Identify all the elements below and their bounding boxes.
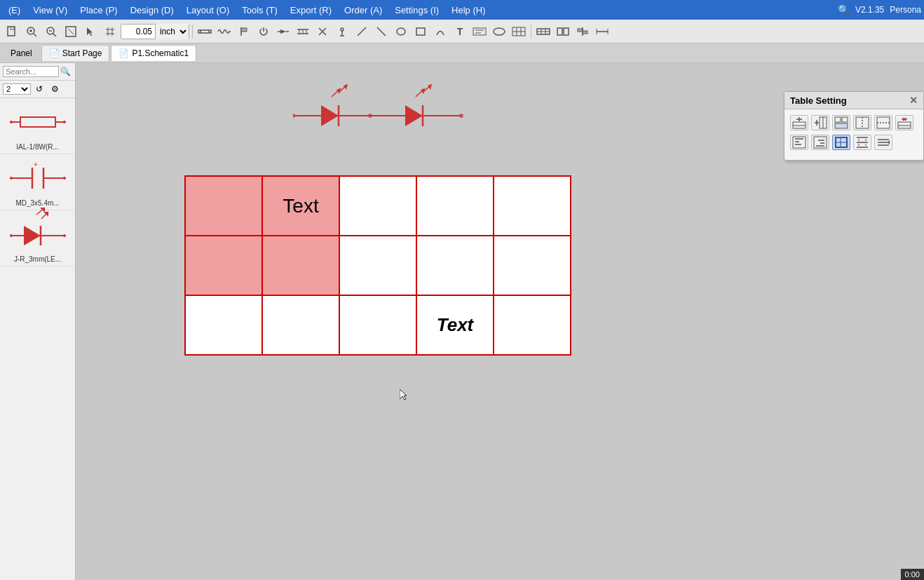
component-item-capacitor[interactable]: + MD_3x5.4m... — [0, 154, 75, 210]
anchor-button[interactable] — [333, 22, 351, 41]
component-label-resistor: IAL-1/8W(R... — [3, 143, 72, 151]
table-cell-1-4[interactable] — [494, 236, 571, 295]
zoom-in-button[interactable] — [22, 22, 41, 41]
line-button[interactable] — [353, 22, 371, 41]
menu-e[interactable]: (E) — [3, 4, 26, 17]
grid-unit-select[interactable]: inch mm mil — [155, 24, 189, 39]
table-cell-1-2[interactable] — [339, 236, 416, 295]
table-cell-2-3[interactable]: Text — [416, 295, 494, 355]
text-button[interactable]: T — [451, 22, 469, 41]
menu-place[interactable]: Place (P) — [74, 4, 123, 17]
table-setting-close[interactable]: ✕ — [909, 95, 918, 106]
netflag-button[interactable] — [235, 22, 253, 41]
status-bar: 0:00 — [901, 569, 924, 580]
menu-order[interactable]: Order (A) — [339, 4, 388, 17]
panel-settings-button[interactable]: ⚙ — [48, 82, 62, 96]
spacing-button[interactable] — [593, 22, 611, 41]
svg-line-9 — [53, 34, 56, 36]
bus-button[interactable] — [294, 22, 312, 41]
schematic-icon: 📄 — [118, 48, 129, 58]
text2-button[interactable] — [470, 22, 489, 41]
panel-search-icon[interactable]: 🔍 — [60, 67, 71, 76]
refresh-button[interactable]: ↺ — [32, 82, 46, 96]
distribute-rows-btn[interactable] — [853, 135, 871, 150]
cross-button[interactable] — [313, 22, 332, 41]
delete-row-btn[interactable] — [895, 115, 913, 130]
svg-marker-83 — [321, 105, 339, 126]
svg-rect-108 — [835, 123, 848, 128]
svg-point-76 — [63, 234, 66, 237]
menu-view[interactable]: View (V) — [27, 4, 73, 17]
arc-button[interactable] — [431, 22, 449, 41]
component-item-resistor[interactable]: IAL-1/8W(R... — [0, 98, 75, 154]
merge-cells-btn[interactable] — [832, 115, 850, 130]
panel-search-input[interactable] — [3, 66, 59, 77]
insert-row-above-btn[interactable] — [790, 115, 808, 130]
border-all-btn[interactable] — [832, 135, 850, 150]
line2-button[interactable] — [372, 22, 390, 41]
table-cell-0-1[interactable]: Text — [262, 176, 339, 236]
table-cell-1-0[interactable] — [185, 236, 262, 295]
panel-controls: 2 1 3 ↺ ⚙ — [0, 81, 75, 98]
table-cell-0-4[interactable] — [494, 176, 571, 236]
svg-line-31 — [358, 27, 366, 36]
svg-line-32 — [377, 27, 386, 36]
table-row: Text — [185, 176, 571, 236]
more-options-btn[interactable] — [874, 135, 892, 150]
power-button[interactable] — [254, 22, 273, 41]
fit-button[interactable] — [62, 22, 80, 41]
panel-search-bar: 🔍 — [0, 63, 75, 81]
table-cell-1-1[interactable] — [262, 236, 339, 295]
split-v-btn[interactable] — [874, 115, 892, 130]
menu-settings[interactable]: Settings (I) — [389, 4, 444, 17]
menu-help[interactable]: Help (H) — [446, 4, 491, 17]
align-button[interactable] — [573, 22, 592, 41]
rect-button[interactable] — [412, 22, 430, 41]
schematic-tab[interactable]: 📄 P1.Schematic1 — [111, 45, 196, 61]
wire-button[interactable] — [196, 22, 214, 41]
svg-line-5 — [34, 34, 36, 36]
menu-design[interactable]: Design (D) — [125, 4, 179, 17]
zoom-select[interactable]: 2 1 3 — [3, 83, 31, 95]
table-cell-2-4[interactable] — [494, 295, 571, 355]
dash-wire-button[interactable] — [274, 22, 292, 41]
align-top-left-btn[interactable] — [790, 135, 808, 150]
table-cell-0-3[interactable] — [416, 176, 494, 236]
svg-point-64 — [10, 177, 13, 180]
align-bottom-right-btn[interactable] — [811, 135, 829, 150]
table-cell-0-0[interactable] — [185, 176, 262, 236]
ellipse-button[interactable] — [392, 22, 410, 41]
main-area: 🔍 2 1 3 ↺ ⚙ IAL-1/8W(R... — [0, 63, 924, 580]
table-cell-2-2[interactable] — [339, 295, 416, 355]
component-item-diode[interactable]: J-R_3mm(LE... — [0, 210, 75, 267]
select-button[interactable] — [81, 22, 100, 41]
start-page-tab[interactable]: 📄 Start Page — [41, 45, 110, 61]
tab-bar: Panel 📄 Start Page 📄 P1.Schematic1 — [0, 43, 924, 63]
panel-tab[interactable]: Panel — [3, 45, 40, 62]
table-row: Text — [185, 295, 571, 355]
table-cell-2-0[interactable] — [185, 295, 262, 355]
table-button[interactable] — [510, 22, 528, 41]
menu-layout[interactable]: Layout (O) — [181, 4, 235, 17]
table-setting-title: Table Setting — [790, 95, 847, 106]
table-setting-row-2 — [790, 135, 918, 150]
table-cell-1-3[interactable] — [416, 236, 494, 295]
table-cell-0-2[interactable] — [339, 176, 416, 236]
menu-tools[interactable]: Tools (T) — [236, 4, 283, 17]
oval-button[interactable] — [490, 22, 508, 41]
grid-button[interactable] — [101, 22, 119, 41]
svg-rect-48 — [564, 28, 569, 35]
new-button[interactable] — [3, 22, 21, 41]
table-cell-2-1[interactable] — [262, 295, 339, 355]
zoom-out-button[interactable] — [42, 22, 60, 41]
component2-button[interactable] — [554, 22, 572, 41]
menu-export[interactable]: Export (R) — [285, 4, 337, 17]
insert-col-left-btn[interactable] — [811, 115, 829, 130]
grid-value-input[interactable] — [121, 25, 155, 39]
canvas-area[interactable]: Text Text — [76, 63, 924, 580]
search-icon[interactable]: 🔍 — [838, 4, 850, 15]
waveform-button[interactable] — [215, 22, 233, 41]
schematic-table[interactable]: Text Text — [184, 175, 571, 356]
component-button[interactable] — [534, 22, 552, 41]
split-h-btn[interactable] — [853, 115, 871, 130]
